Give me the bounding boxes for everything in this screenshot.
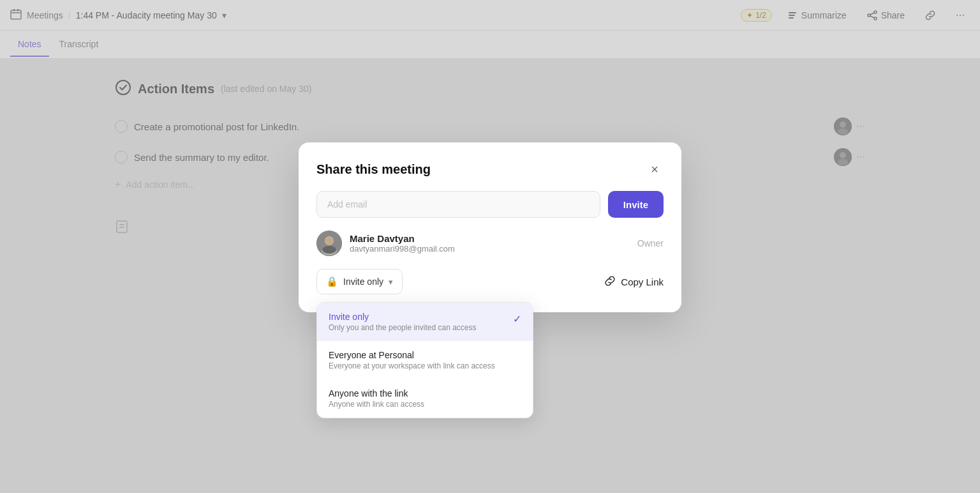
dropdown-item-desc: Anyone with link can access (329, 400, 424, 409)
user-role: Owner (637, 238, 664, 248)
copy-link-button[interactable]: Copy Link (604, 275, 664, 289)
access-dropdown-menu: Invite only Only you and the people invi… (316, 302, 533, 418)
dropdown-item-title: Everyone at Personal (329, 350, 495, 360)
modal-overlay[interactable]: Share this meeting × Invite (0, 0, 980, 493)
close-icon: × (651, 162, 658, 177)
modal-title: Share this meeting (316, 162, 431, 177)
user-name: Marie Davtyan (350, 233, 630, 244)
dropdown-item-desc: Everyone at your workspace with link can… (329, 361, 495, 370)
copy-link-label: Copy Link (621, 277, 664, 287)
share-modal: Share this meeting × Invite (299, 142, 681, 312)
user-info: Marie Davtyan davtyanmari998@gmail.com (350, 233, 630, 254)
svg-point-25 (322, 246, 336, 254)
lock-icon: 🔒 (326, 276, 338, 287)
invite-row: Invite (316, 191, 664, 218)
share-footer: 🔒 Invite only ▾ Copy Link Invite only (316, 269, 664, 294)
dropdown-item-everyone-personal[interactable]: Everyone at Personal Everyone at your wo… (317, 341, 533, 379)
dropdown-item-title: Invite only (329, 312, 476, 322)
link-chain-icon (604, 275, 616, 289)
dropdown-item-invite-only[interactable]: Invite only Only you and the people invi… (317, 303, 533, 341)
user-email: davtyanmari998@gmail.com (350, 244, 630, 254)
access-dropdown[interactable]: 🔒 Invite only ▾ (316, 269, 403, 294)
user-avatar (316, 231, 342, 256)
access-label: Invite only (343, 277, 383, 287)
invite-button[interactable]: Invite (608, 191, 664, 218)
dropdown-item-title: Anyone with the link (329, 388, 424, 398)
dropdown-item-desc: Only you and the people invited can acce… (329, 323, 476, 332)
user-row: Marie Davtyan davtyanmari998@gmail.com O… (316, 231, 664, 256)
modal-close-button[interactable]: × (646, 160, 664, 178)
check-icon: ✓ (513, 313, 521, 325)
email-input[interactable] (316, 191, 600, 218)
dropdown-chevron-icon: ▾ (389, 277, 393, 287)
dropdown-item-anyone-link[interactable]: Anyone with the link Anyone with link ca… (317, 379, 533, 418)
svg-point-24 (325, 237, 333, 245)
modal-header: Share this meeting × (316, 160, 664, 178)
